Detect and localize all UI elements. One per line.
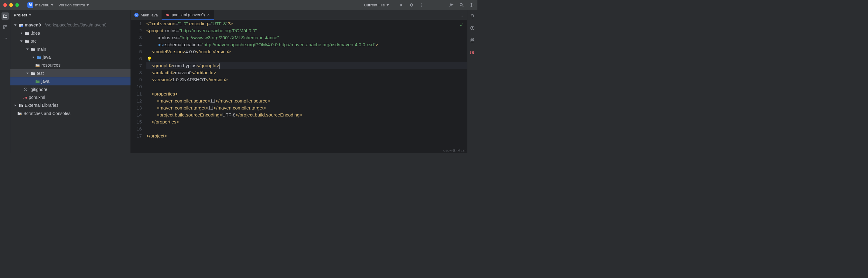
svg-line-15 [25, 88, 27, 90]
project-panel-header[interactable]: Project [10, 10, 130, 20]
tabs-more-button[interactable] [457, 10, 467, 20]
svg-rect-18 [22, 105, 23, 107]
search-button[interactable] [459, 2, 464, 8]
chevron-down-icon [87, 4, 89, 6]
tab-pom-xml[interactable]: m pom.xml (maven0) [162, 10, 214, 20]
run-button[interactable] [399, 2, 404, 8]
tree-gitignore[interactable]: .gitignore [10, 85, 130, 93]
line-gutter: 1234567891011121314151617 [131, 20, 145, 153]
svg-point-23 [462, 16, 462, 17]
svg-point-24 [470, 26, 474, 30]
svg-point-9 [4, 38, 4, 38]
tree-idea[interactable]: .idea [10, 29, 130, 37]
maven-tool-button[interactable]: m [469, 49, 476, 56]
svg-point-2 [421, 6, 422, 6]
module-icon [19, 23, 24, 28]
expand-icon[interactable] [14, 104, 17, 107]
project-tool-button[interactable] [2, 12, 9, 20]
svg-point-21 [462, 13, 462, 14]
tree-pomxml[interactable]: m pom.xml [10, 93, 130, 101]
title-bar: M maven0 Version control Current File [0, 0, 477, 10]
tree-external-libraries[interactable]: External Libraries [10, 101, 130, 109]
intention-bulb-icon[interactable]: 💡 [147, 56, 152, 63]
vcs-dropdown[interactable]: Version control [58, 3, 89, 7]
ai-assistant-button[interactable] [469, 24, 476, 32]
tree-label: .gitignore [29, 87, 48, 92]
editor-tabs: C Main.java m pom.xml (maven0) [131, 10, 467, 20]
tree-label: pom.xml [29, 95, 45, 100]
svg-point-22 [462, 15, 462, 15]
code-area[interactable]: 💡 1234567891011121314151617 <?xml versio… [131, 20, 467, 153]
tree-label: test [37, 71, 44, 76]
libraries-icon [19, 103, 24, 108]
tree-test[interactable]: test [10, 70, 130, 77]
svg-point-11 [6, 38, 6, 38]
close-window-icon[interactable] [3, 3, 7, 7]
expand-icon[interactable] [14, 24, 17, 26]
notifications-button[interactable] [469, 12, 476, 20]
expand-icon[interactable] [20, 32, 23, 34]
svg-rect-17 [20, 104, 21, 107]
tree-scratches[interactable]: Scratches and Consoles [10, 110, 130, 117]
code-content[interactable]: <?xml version="1.0" encoding="UTF-8"?> <… [145, 20, 467, 153]
structure-tool-button[interactable] [2, 23, 9, 31]
expand-icon[interactable] [32, 56, 35, 58]
chevron-down-icon [29, 14, 31, 16]
tab-label: pom.xml (maven0) [172, 12, 205, 17]
tree-label: resources [41, 63, 60, 68]
more-tools-button[interactable] [2, 34, 9, 42]
folder-icon [24, 31, 29, 36]
tree-label: Scratches and Consoles [23, 111, 70, 116]
tree-root[interactable]: maven0 ~/workspace/codes/Java/maven0 [10, 21, 130, 29]
code-with-me-button[interactable] [449, 2, 454, 8]
svg-rect-12 [21, 26, 23, 27]
more-actions-button[interactable] [419, 2, 424, 8]
tree-label: External Libraries [25, 103, 58, 108]
settings-button[interactable] [469, 2, 474, 8]
tree-label: src [31, 38, 36, 44]
vcs-label: Version control [58, 3, 85, 7]
svg-point-3 [460, 3, 463, 6]
tree-main[interactable]: main [10, 45, 130, 53]
svg-point-10 [5, 38, 5, 38]
database-button[interactable] [469, 36, 476, 44]
svg-rect-7 [5, 26, 6, 27]
maximize-window-icon[interactable] [16, 3, 19, 7]
debug-button[interactable] [409, 2, 414, 8]
chevron-down-icon [51, 4, 54, 6]
right-tool-rail: m [467, 10, 477, 153]
java-class-icon: C [134, 13, 138, 17]
maven-icon: m [23, 95, 27, 100]
tree-label: java [41, 79, 49, 84]
project-dropdown[interactable]: maven0 [35, 3, 54, 7]
run-config-dropdown[interactable]: Current File [364, 3, 389, 7]
watermark: CSDN @Akira37 [443, 149, 466, 152]
expand-icon[interactable] [20, 40, 23, 42]
close-tab-icon[interactable] [207, 13, 210, 17]
tree-src[interactable]: src [10, 37, 130, 45]
expand-icon[interactable] [26, 73, 29, 74]
tab-main-java[interactable]: C Main.java [131, 10, 162, 20]
tree-java-main[interactable]: java [10, 53, 130, 61]
svg-rect-16 [19, 104, 20, 107]
project-tree: maven0 ~/workspace/codes/Java/maven0 .id… [10, 20, 130, 118]
panel-title: Project [14, 13, 27, 17]
project-name: maven0 [35, 3, 50, 7]
minimize-window-icon[interactable] [9, 3, 13, 7]
tree-java-test[interactable]: java [10, 77, 130, 85]
folder-icon [30, 71, 35, 76]
folder-icon [24, 38, 29, 44]
resources-folder-icon [35, 63, 40, 68]
svg-point-0 [421, 3, 422, 4]
window-controls [3, 3, 19, 7]
project-badge-icon: M [27, 2, 33, 8]
scratches-icon [17, 111, 22, 116]
current-file-label: Current File [364, 3, 385, 7]
expand-icon[interactable] [26, 48, 29, 50]
editor-area: C Main.java m pom.xml (maven0) ✓ 💡 12345… [131, 10, 467, 153]
left-tool-rail [0, 10, 10, 153]
tree-label: main [37, 47, 46, 52]
tree-resources[interactable]: resources [10, 61, 130, 69]
tree-label: java [43, 55, 51, 60]
tab-label: Main.java [141, 13, 158, 17]
